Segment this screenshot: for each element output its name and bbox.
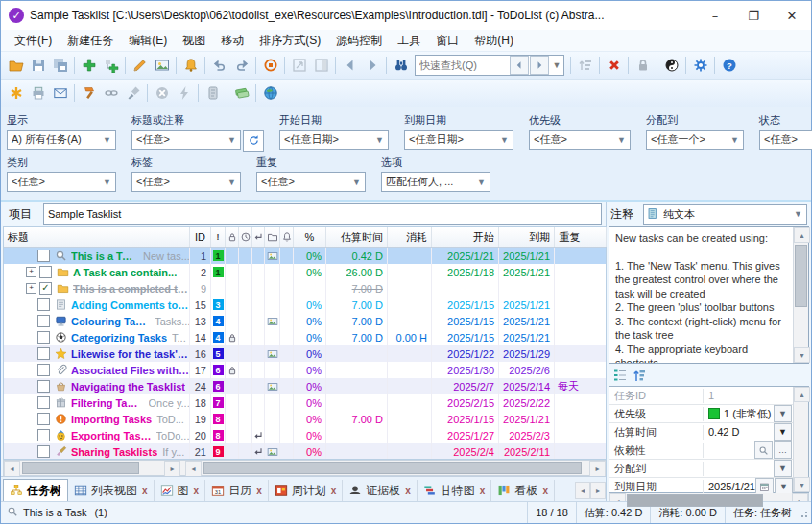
column-header-priority-icon[interactable]: ! bbox=[211, 227, 226, 247]
tab-evidenceboard[interactable]: 证据板x bbox=[343, 480, 418, 501]
task-checkbox[interactable] bbox=[37, 347, 50, 360]
column-header-clock-icon[interactable] bbox=[239, 227, 252, 247]
task-title[interactable]: Colouring Tasks bbox=[71, 316, 150, 327]
tab-close-icon[interactable]: x bbox=[480, 486, 486, 496]
task-checkbox[interactable] bbox=[37, 250, 50, 262]
attribute-sort-button[interactable] bbox=[630, 366, 649, 384]
table-row[interactable]: Likewise for the task's ...1650%2025/1/2… bbox=[4, 345, 606, 362]
tab-listview[interactable]: 列表视图x bbox=[68, 480, 155, 501]
donate-money-button[interactable] bbox=[230, 83, 252, 104]
sort-button[interactable] bbox=[574, 55, 596, 76]
filter-combo[interactable]: <任意>▼ bbox=[131, 130, 241, 150]
email-button[interactable] bbox=[49, 83, 71, 104]
save-all-button[interactable] bbox=[49, 55, 71, 76]
link-button[interactable] bbox=[100, 83, 122, 104]
table-row[interactable]: Adding Comments to T...1530%7.00 D2025/1… bbox=[4, 297, 606, 313]
task-title[interactable]: Likewise for the task's ... bbox=[71, 348, 189, 360]
task-checkbox[interactable] bbox=[37, 396, 50, 409]
menu-item-9[interactable]: 窗口 bbox=[428, 31, 466, 51]
attribute-value[interactable]: ▼ bbox=[704, 460, 793, 477]
task-checkbox[interactable] bbox=[37, 298, 50, 311]
menu-item-1[interactable]: 文件(F) bbox=[7, 31, 60, 51]
attribute-value[interactable]: … bbox=[704, 441, 793, 459]
delete-task-button[interactable] bbox=[603, 55, 625, 76]
tab-close-icon[interactable]: x bbox=[542, 486, 548, 496]
filter-combo[interactable]: <任意>▼ bbox=[256, 172, 366, 192]
table-row[interactable]: +✓This is a completed task97.00 D bbox=[4, 280, 606, 297]
redo-button[interactable] bbox=[230, 55, 252, 76]
task-title[interactable]: Categorizing Tasks bbox=[71, 332, 167, 344]
tools-hammer-button[interactable] bbox=[78, 83, 100, 104]
filter-combo[interactable]: 匹配任何人, ...▼ bbox=[381, 172, 490, 192]
save-button[interactable] bbox=[27, 55, 49, 76]
table-row[interactable]: Filtering TasksOnce y...1870%2025/2/1520… bbox=[4, 394, 606, 411]
task-column-headers[interactable]: 标题ID!%估算时间消耗开始到期重复 bbox=[4, 227, 606, 248]
attribute-value[interactable]: 1 (非常低)▼ bbox=[704, 405, 793, 422]
attribute-value[interactable]: 1 bbox=[704, 390, 793, 401]
reminder-bell-button[interactable] bbox=[179, 55, 202, 76]
tab-close-icon[interactable]: x bbox=[142, 486, 148, 496]
cancel-button[interactable] bbox=[151, 83, 173, 104]
task-comments-text[interactable]: New tasks can be created using:1. The 'N… bbox=[609, 227, 793, 363]
attributes-vertical-scrollbar[interactable]: ▴ ▾ bbox=[793, 387, 808, 492]
column-header-folder-icon[interactable] bbox=[265, 227, 280, 247]
menu-item-3[interactable]: 编辑(E) bbox=[121, 31, 175, 51]
table-row[interactable]: Associated Files with T...1760%2025/1/30… bbox=[4, 362, 606, 378]
lock-button[interactable] bbox=[632, 55, 654, 76]
attribute-row[interactable]: 依赖性… bbox=[609, 441, 793, 460]
filter-combo[interactable]: <任意一个>▼ bbox=[646, 130, 744, 150]
task-checkbox[interactable] bbox=[37, 445, 50, 458]
find-next-icon[interactable] bbox=[530, 56, 549, 75]
task-checkbox[interactable]: ✓ bbox=[39, 282, 52, 295]
new-tasklist-asterisk-button[interactable] bbox=[5, 83, 27, 104]
tab-chart[interactable]: 图x bbox=[155, 480, 206, 501]
scroll-up-icon[interactable]: ▴ bbox=[794, 227, 810, 243]
task-title[interactable]: Filtering Tasks bbox=[71, 397, 144, 409]
find-previous-icon[interactable] bbox=[510, 56, 529, 75]
next-task-button[interactable] bbox=[361, 55, 383, 76]
column-header[interactable]: 重复 bbox=[555, 227, 585, 247]
minimize-button[interactable]: – bbox=[696, 1, 734, 30]
edit-pencil-button[interactable] bbox=[129, 55, 151, 76]
table-row[interactable]: +A Task can contain...210%26.00 D2025/1/… bbox=[4, 264, 606, 280]
attributes-horizontal-scrollbar[interactable]: ◂ ▸ bbox=[609, 493, 809, 509]
maximize-button[interactable]: ❐ bbox=[734, 1, 773, 30]
column-header[interactable]: 估算时间 bbox=[326, 227, 388, 247]
close-button[interactable]: ✕ bbox=[773, 1, 811, 30]
run-lightning-button[interactable] bbox=[173, 83, 195, 104]
task-checkbox[interactable] bbox=[37, 429, 50, 441]
filter-combo[interactable]: A) 所有任务(A)▼ bbox=[7, 130, 116, 150]
tab-kanban[interactable]: 看板x bbox=[491, 480, 555, 501]
prev-task-button[interactable] bbox=[339, 55, 361, 76]
menu-item-2[interactable]: 新建任务 bbox=[60, 31, 121, 51]
tab-tasktree[interactable]: 任务树 bbox=[3, 479, 68, 501]
attribute-row[interactable]: 估算时间0.42 D▼ bbox=[609, 423, 793, 441]
refresh-icon[interactable] bbox=[243, 130, 264, 152]
menu-item-6[interactable]: 排序方式(S) bbox=[251, 31, 328, 51]
tab-scroll-right-icon[interactable]: ▸ bbox=[590, 482, 606, 499]
column-header[interactable]: ID bbox=[190, 227, 211, 247]
menu-item-10[interactable]: 帮助(H) bbox=[466, 31, 521, 51]
filter-combo[interactable]: <任意>▼ bbox=[529, 130, 631, 150]
filter-combo[interactable]: <任意日期>▼ bbox=[404, 130, 513, 150]
tab-weekplan[interactable]: 周计划x bbox=[269, 480, 344, 501]
ellipsis-icon[interactable]: … bbox=[774, 441, 792, 459]
task-checkbox[interactable] bbox=[37, 364, 50, 376]
task-title[interactable]: Exporting Tasks bbox=[71, 430, 152, 441]
tab-gantt[interactable]: 甘特图x bbox=[418, 480, 492, 501]
help-button[interactable]: ? bbox=[718, 55, 740, 76]
table-row[interactable]: Colouring TasksTasks...1340%7.00 D2025/1… bbox=[4, 313, 606, 329]
scroll-left-icon[interactable]: ◂ bbox=[4, 461, 20, 477]
table-row[interactable]: Sharing TasklistsIf y...2190%2025/2/4202… bbox=[4, 443, 606, 459]
menu-item-5[interactable]: 移动 bbox=[213, 31, 251, 51]
tab-close-icon[interactable]: x bbox=[331, 486, 337, 496]
task-title[interactable]: Sharing Tasklists bbox=[71, 446, 157, 458]
scroll-up-icon[interactable]: ▴ bbox=[794, 387, 810, 402]
new-task-button[interactable] bbox=[78, 55, 100, 76]
tab-scroll-left-icon[interactable]: ◂ bbox=[575, 482, 590, 499]
tree-expander-icon[interactable]: + bbox=[26, 283, 36, 294]
dependency-search-icon[interactable] bbox=[754, 441, 773, 459]
scroll-down-icon[interactable]: ▾ bbox=[794, 347, 810, 363]
open-folder-button[interactable] bbox=[5, 55, 27, 76]
tree-expander-icon[interactable]: + bbox=[26, 267, 36, 277]
